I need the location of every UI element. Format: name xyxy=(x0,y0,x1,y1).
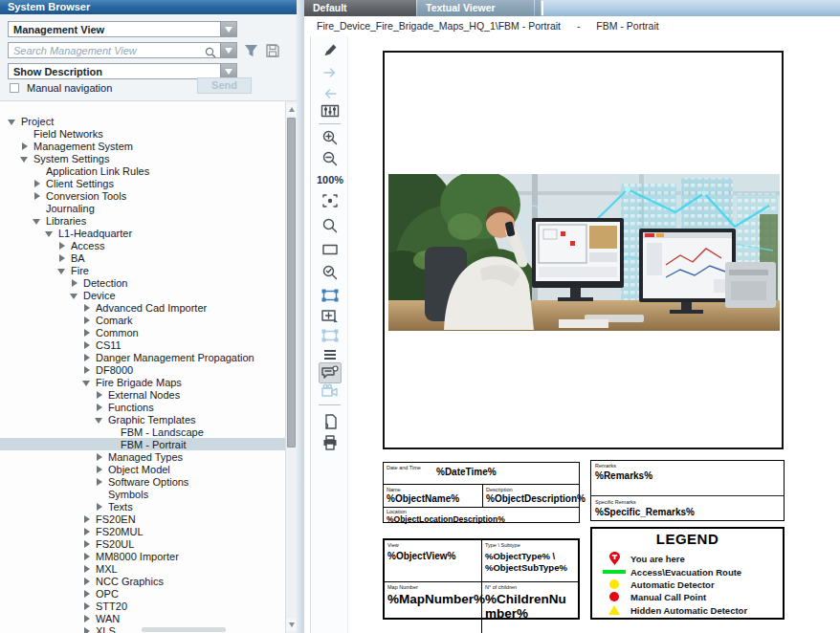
tree-item-common[interactable]: Common xyxy=(0,326,285,338)
edit-pen-icon[interactable] xyxy=(319,40,342,61)
chevron-collapsed-icon[interactable] xyxy=(82,601,92,611)
tree-item-advanced-cad-importer[interactable]: Advanced Cad Importer xyxy=(0,301,285,314)
chevron-collapsed-icon[interactable] xyxy=(95,477,104,487)
tree-item-danger-management-propagation[interactable]: Danger Management Propagation xyxy=(0,351,285,363)
chevron-collapsed-icon[interactable] xyxy=(82,539,92,549)
tree-item-object-model[interactable]: Object Model xyxy=(0,463,285,475)
tree-item-wan[interactable]: WAN xyxy=(0,612,285,624)
chevron-collapsed-icon[interactable] xyxy=(82,340,92,350)
tree-item-fs20mul[interactable]: FS20MUL xyxy=(0,525,285,537)
chevron-collapsed-icon[interactable] xyxy=(70,278,79,288)
zoom-previous-icon[interactable] xyxy=(319,262,342,283)
chevron-collapsed-icon[interactable] xyxy=(82,303,92,313)
tree-item-mm8000-importer[interactable]: MM8000 Importer xyxy=(0,550,285,562)
scrollbar-thumb[interactable] xyxy=(287,118,296,447)
chevron-collapsed-icon[interactable] xyxy=(95,465,104,474)
zoom-level-label[interactable]: 100% xyxy=(319,169,342,190)
tree-item-symbols[interactable]: Symbols xyxy=(0,488,285,500)
chevron-expanded-icon[interactable] xyxy=(57,266,67,275)
tab-default[interactable]: Default xyxy=(304,0,416,16)
zoom-rect-icon[interactable] xyxy=(319,239,342,260)
chevron-collapsed-icon[interactable] xyxy=(95,403,104,412)
tree-item-external-nodes[interactable]: External Nodes xyxy=(0,388,285,401)
tree-item-libraries[interactable]: Libraries xyxy=(0,214,285,227)
tree-item-opc[interactable]: OPC xyxy=(0,587,285,600)
chevron-collapsed-icon[interactable] xyxy=(82,577,92,586)
magnifier-icon[interactable] xyxy=(319,215,342,236)
tree-item-fbm-portrait[interactable]: FBM - Portrait xyxy=(0,438,285,450)
tree-item-conversion-tools[interactable]: Conversion Tools xyxy=(0,189,285,202)
tree-item-software-options[interactable]: Software Options xyxy=(0,475,285,488)
tree-item-ncc-graphics[interactable]: NCC Graphics xyxy=(0,575,285,587)
tree-item-fbm-landscape[interactable]: FBM - Landscape xyxy=(0,426,285,438)
tree-vertical-scrollbar[interactable] xyxy=(285,101,297,633)
tree-item-system-settings[interactable]: System Settings xyxy=(0,152,285,164)
search-icon[interactable] xyxy=(205,45,216,56)
tree-item-management-system[interactable]: Management System xyxy=(0,140,285,152)
tree-item-client-settings[interactable]: Client Settings xyxy=(0,177,285,189)
save-icon[interactable] xyxy=(265,43,282,59)
tree-item-fire[interactable]: Fire xyxy=(0,264,285,276)
select-area-icon[interactable] xyxy=(319,285,342,306)
new-page-icon[interactable] xyxy=(319,411,342,432)
tree-horizontal-scrollbar[interactable] xyxy=(142,627,226,632)
chevron-down-icon[interactable] xyxy=(220,43,236,57)
chevron-collapsed-icon[interactable] xyxy=(82,353,92,362)
tree-item-detection[interactable]: Detection xyxy=(0,276,285,289)
chevron-down-icon[interactable] xyxy=(220,64,236,78)
search-input[interactable]: Search Management View xyxy=(8,42,237,58)
zoom-to-selection-icon[interactable] xyxy=(319,190,342,211)
chevron-collapsed-icon[interactable] xyxy=(20,142,30,151)
chevron-expanded-icon[interactable] xyxy=(82,378,92,387)
tree-item-fire-brigade-maps[interactable]: Fire Brigade Maps xyxy=(0,376,285,388)
tree-item-texts[interactable]: Texts xyxy=(0,500,285,513)
chevron-expanded-icon[interactable] xyxy=(95,415,104,425)
chevron-expanded-icon[interactable] xyxy=(45,229,55,238)
chevron-collapsed-icon[interactable] xyxy=(82,328,92,338)
resize-area-icon[interactable] xyxy=(319,325,342,346)
chevron-collapsed-icon[interactable] xyxy=(57,241,67,251)
chevron-expanded-icon[interactable] xyxy=(8,117,17,126)
chevron-collapsed-icon[interactable] xyxy=(82,626,92,633)
print-icon[interactable] xyxy=(319,432,342,453)
filter-icon[interactable] xyxy=(243,43,260,59)
pan-mode-icon[interactable] xyxy=(319,306,342,327)
tree-item-device[interactable]: Device xyxy=(0,289,285,301)
tree-item-project[interactable]: Project xyxy=(0,115,285,127)
tree-item-journaling[interactable]: Journaling xyxy=(0,202,285,214)
chevron-collapsed-icon[interactable] xyxy=(33,179,42,188)
tree-item-l1-headquarter[interactable]: L1-Headquarter xyxy=(0,227,285,239)
chevron-collapsed-icon[interactable] xyxy=(82,514,92,524)
tab-textual-viewer[interactable]: Textual Viewer xyxy=(417,0,534,16)
tree-item-access[interactable]: Access xyxy=(0,239,285,251)
chevron-collapsed-icon[interactable] xyxy=(95,452,104,462)
chevron-collapsed-icon[interactable] xyxy=(33,191,42,201)
send-button[interactable]: Send xyxy=(197,77,252,94)
tree-item-mxl[interactable]: MXL xyxy=(0,562,285,575)
chevron-collapsed-icon[interactable] xyxy=(82,316,92,325)
chevron-expanded-icon[interactable] xyxy=(70,291,79,300)
zoom-out-icon[interactable] xyxy=(319,148,342,169)
tree-item-functions[interactable]: Functions xyxy=(0,401,285,413)
chevron-collapsed-icon[interactable] xyxy=(82,564,92,574)
chevron-collapsed-icon[interactable] xyxy=(82,552,92,561)
tree-item-comark[interactable]: Comark xyxy=(0,314,285,326)
tree-item-managed-types[interactable]: Managed Types xyxy=(0,450,285,463)
chevron-collapsed-icon[interactable] xyxy=(95,502,104,512)
chevron-collapsed-icon[interactable] xyxy=(82,527,92,536)
chevron-down-icon[interactable] xyxy=(220,22,236,36)
tree-item-cs11[interactable]: CS11 xyxy=(0,338,285,351)
chevron-collapsed-icon[interactable] xyxy=(82,589,92,599)
chevron-expanded-icon[interactable] xyxy=(20,154,30,164)
zoom-in-icon[interactable] xyxy=(319,127,342,148)
graphics-canvas[interactable]: Date and Time %DateTime% Name %ObjectNam… xyxy=(348,36,840,633)
tree-item-fs20ul[interactable]: FS20UL xyxy=(0,537,285,550)
tree-item-fs20en[interactable]: FS20EN xyxy=(0,513,285,525)
chevron-collapsed-icon[interactable] xyxy=(95,390,104,400)
tree-item-field-networks[interactable]: Field Networks xyxy=(0,127,285,140)
manual-navigation-checkbox[interactable] xyxy=(10,83,19,93)
camera-icon[interactable] xyxy=(319,381,342,402)
tree-item-ba[interactable]: BA xyxy=(0,251,285,264)
tree-item-stt20[interactable]: STT20 xyxy=(0,600,285,612)
forward-arrow-icon[interactable] xyxy=(319,62,342,83)
